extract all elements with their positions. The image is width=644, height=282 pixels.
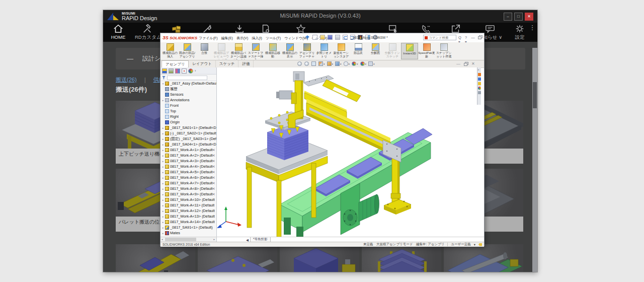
nav-item-unit-edit[interactable] xyxy=(195,24,220,34)
feature-tree-item[interactable]: ▸ 0817_Work-A<5> (Default< xyxy=(160,169,216,175)
feature-manager-tab-icon[interactable] xyxy=(162,68,167,74)
command-tab[interactable]: 評価 xyxy=(238,60,254,67)
command-search-input[interactable] xyxy=(429,36,455,39)
tag-icon[interactable] xyxy=(478,243,482,246)
tree-expander-icon[interactable]: ▸ xyxy=(162,215,165,218)
gallery-card[interactable] xyxy=(198,244,277,272)
units-selector[interactable]: ユーザー定義 xyxy=(451,242,470,247)
tree-expander-icon[interactable]: ▸ xyxy=(162,232,165,235)
gallery-card[interactable] xyxy=(116,244,195,272)
command-tab[interactable]: アセンブリ xyxy=(162,60,189,67)
feature-tree-item[interactable]: Right xyxy=(160,114,216,119)
gallery-scrollbar[interactable] xyxy=(532,48,537,272)
tree-expander-icon[interactable]: ▸ xyxy=(162,198,165,201)
panel-tabs-overflow-icon[interactable]: › xyxy=(195,69,196,73)
feature-tree-item[interactable]: 履歴 xyxy=(160,86,216,92)
task-pane-expand-icon[interactable]: « xyxy=(478,68,481,72)
tree-expander-icon[interactable]: ▾ xyxy=(162,82,165,85)
command-search-box[interactable] xyxy=(423,35,456,40)
feature-tree-item[interactable]: ▸ _0817_SA91<1> (Default) xyxy=(160,225,216,230)
tree-expander-icon[interactable]: ▸ xyxy=(162,176,165,179)
tree-filter-input[interactable] xyxy=(167,76,207,80)
link-transport[interactable]: 搬送(26) xyxy=(116,77,137,83)
ribbon-button[interactable]: 新規モーションスタディ xyxy=(333,43,350,59)
ribbon-button[interactable]: Instant3D xyxy=(401,43,418,59)
ribbon-button[interactable]: 分解ラインスケッチ xyxy=(384,43,401,59)
custom-properties-icon[interactable] xyxy=(478,91,481,94)
sw-restore-icon[interactable] xyxy=(478,35,480,39)
feature-tree-item[interactable]: ▸ (固定) _0817_SA03<1> (Def xyxy=(160,136,216,142)
units-caret-icon[interactable]: ▾ xyxy=(474,243,475,247)
menu-item[interactable]: 編集(E) xyxy=(221,36,233,41)
feature-tree-item[interactable]: ▾ _0817_Assy (Default<Default_D xyxy=(160,81,216,86)
dimxpert-tab-icon[interactable] xyxy=(182,68,187,74)
feature-tree-item[interactable]: ▸ _0817_SA04<1> (Default<D xyxy=(160,142,216,147)
tree-expander-icon[interactable]: ▸ xyxy=(162,204,165,207)
tree-expander-icon[interactable]: ▸ xyxy=(162,187,165,190)
feature-tree-item[interactable]: ▸ Annotations xyxy=(160,97,216,103)
nav-item-design-scene[interactable] xyxy=(164,24,189,34)
ribbon-button[interactable]: 構成部品移動 xyxy=(264,43,281,59)
feature-tree-item[interactable]: ▸ 0817_Work-A<8> (Default< xyxy=(160,186,216,191)
view-tool-button[interactable] xyxy=(297,61,302,66)
ribbon-button[interactable]: スマートファスナー挿入 xyxy=(247,43,264,59)
display-manager-tab-icon[interactable] xyxy=(188,68,193,74)
feature-tree-item[interactable]: ▸ 0817_Work-A<14> (Default xyxy=(160,219,216,225)
hscroll-thumb[interactable] xyxy=(165,238,196,241)
ribbon-button[interactable]: 構成部品パターン(直線パターン) xyxy=(230,43,247,59)
view-tool-button[interactable]: ▾ xyxy=(352,61,358,66)
collapse-icon[interactable]: — xyxy=(127,55,133,62)
doc-close-button[interactable]: ✕ xyxy=(471,61,475,66)
view-tool-button[interactable]: ▾ xyxy=(335,61,342,66)
tree-expander-icon[interactable]: ▸ xyxy=(162,99,165,102)
view-tool-button[interactable] xyxy=(304,61,309,66)
doc-restore-button[interactable] xyxy=(464,62,468,65)
feature-tree-item[interactable]: ▸ 0817_Work-A<11> (Default xyxy=(160,202,216,208)
nav-item-more[interactable]: ⋮ xyxy=(528,24,536,31)
design-library-icon[interactable] xyxy=(478,78,481,81)
tree-expander-icon[interactable]: ▸ xyxy=(162,149,165,152)
ribbon-button[interactable]: 部品表 xyxy=(350,43,367,59)
ribbon-button[interactable]: 合致 xyxy=(196,43,213,59)
sw-resources-icon[interactable] xyxy=(478,73,481,76)
tree-expander-icon[interactable]: ▸ xyxy=(162,165,165,168)
tree-expander-icon[interactable]: ▸ xyxy=(162,143,165,146)
feature-tree-item[interactable]: ▸ 0817_Work-A<9> (Default< xyxy=(160,191,216,197)
nav-item-share[interactable] xyxy=(443,24,468,34)
property-manager-tab-icon[interactable] xyxy=(169,68,174,74)
ribbon-button[interactable]: 参照ジオメトリ xyxy=(315,43,333,59)
nav-item-remote-support[interactable] xyxy=(381,24,406,34)
tree-expander-icon[interactable]: ▸ xyxy=(162,137,165,140)
tree-expander-icon[interactable]: ▸ xyxy=(162,221,165,224)
new-document-icon[interactable] xyxy=(312,35,317,40)
view-tool-button[interactable]: ▾ xyxy=(327,61,334,66)
gallery-card[interactable] xyxy=(362,244,441,272)
view-tool-button[interactable] xyxy=(311,61,316,66)
ribbon-button[interactable]: 構成部品プレビューウィンドウ xyxy=(213,43,230,59)
feature-tree-item[interactable]: ▸ _0817_SA01<1> (Default<D xyxy=(160,125,216,130)
scroll-right-icon[interactable]: ▸ xyxy=(213,238,215,241)
feature-tree-item[interactable]: Sensors xyxy=(160,92,216,97)
nav-item-home[interactable]: HOME xyxy=(106,24,131,40)
menu-item[interactable]: 表示(V) xyxy=(236,36,248,41)
feature-tree-item[interactable]: ▸ 0817_Work-A<2> (Default< xyxy=(160,153,216,158)
feature-tree-item[interactable]: Origin xyxy=(160,119,216,125)
tree-expander-icon[interactable]: ▸ xyxy=(162,126,165,129)
nav-item-download[interactable] xyxy=(227,24,252,34)
tree-expander-icon[interactable]: ▸ xyxy=(162,171,165,174)
ribbon-button[interactable]: 構成部品の挿入 xyxy=(162,43,179,59)
menu-item[interactable]: 挿入(I) xyxy=(252,36,262,41)
gallery-card[interactable] xyxy=(280,244,359,272)
view-tool-button[interactable]: ▾ xyxy=(360,61,367,66)
command-tab[interactable]: レイアウト xyxy=(189,60,215,67)
tree-expander-icon[interactable]: ▸ xyxy=(162,132,165,135)
tree-expander-icon[interactable]: ▸ xyxy=(162,182,165,185)
feature-tree-item[interactable]: Front xyxy=(160,103,216,108)
nav-item-parts-list[interactable] xyxy=(253,24,278,34)
view-tool-button[interactable]: ▾ xyxy=(344,61,350,66)
tree-horizontal-scrollbar[interactable]: ◂ ▸ xyxy=(160,237,217,242)
feature-tree-item[interactable]: ▸ 0817_Work-A<12> (Default xyxy=(160,208,216,214)
tree-expander-icon[interactable]: ▸ xyxy=(162,193,165,196)
filter-funnel-icon[interactable] xyxy=(162,76,166,80)
feature-tree-item[interactable]: ▸ (-) _0817_SA02<1> (Default xyxy=(160,130,216,136)
